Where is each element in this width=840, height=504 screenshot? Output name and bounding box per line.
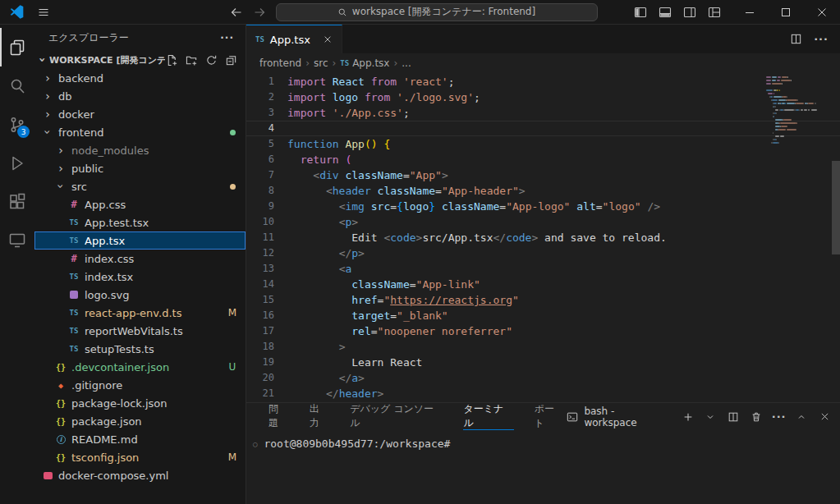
collapse-all-icon[interactable] — [224, 53, 237, 66]
toggle-secondary-sidebar-icon[interactable] — [679, 2, 700, 23]
code-line-3[interactable]: 3import './App.css'; — [246, 105, 840, 121]
code-line-16[interactable]: 16 target="_blank" — [246, 308, 840, 323]
tree-folder-docker[interactable]: ›docker — [34, 105, 246, 123]
line-number[interactable]: 15 — [246, 292, 287, 308]
workspace-section-header[interactable]: › WORKSPACE [開発コンテナ... — [34, 51, 246, 69]
code-line-9[interactable]: 9 <img src={logo} className="App-logo" a… — [246, 199, 840, 214]
tree-file--devcontainer-json[interactable]: {}.devcontainer.jsonU — [34, 358, 246, 376]
new-terminal-button[interactable] — [681, 410, 695, 424]
breadcrumb-item[interactable]: TSApp.tsx — [340, 57, 389, 69]
tree-file-logo-svg[interactable]: logo.svg — [34, 286, 246, 304]
tree-file--gitignore[interactable]: ◆.gitignore — [34, 376, 246, 394]
new-file-icon[interactable] — [165, 53, 178, 66]
line-number[interactable]: 4 — [246, 121, 287, 136]
tree-folder-node_modules[interactable]: ›node_modules — [34, 141, 246, 159]
panel-tab-[interactable]: 問題 — [268, 403, 289, 430]
line-number[interactable]: 6 — [246, 152, 287, 167]
tree-file-index-css[interactable]: #index.css — [34, 250, 246, 268]
command-center-search[interactable]: workspace [開発コンテナー: Frontend] — [276, 3, 598, 21]
kill-terminal-button[interactable] — [749, 410, 764, 424]
line-number[interactable]: 18 — [246, 339, 287, 355]
toggle-sidebar-icon[interactable] — [630, 2, 651, 23]
customize-layout-icon[interactable] — [704, 2, 725, 23]
tab-app-tsx[interactable]: TS App.tsx — [246, 25, 342, 53]
tree-file-App-css[interactable]: #App.css — [34, 195, 246, 213]
split-terminal-button[interactable] — [726, 410, 741, 424]
panel-tab-[interactable]: デバッグ コンソール — [349, 403, 443, 430]
code-line-2[interactable]: 2import logo from './logo.svg'; — [246, 89, 840, 105]
line-number[interactable]: 11 — [246, 230, 287, 245]
code-line-12[interactable]: 12 </p> — [246, 245, 840, 261]
line-number[interactable]: 19 — [246, 355, 287, 370]
code-line-21[interactable]: 21 </header> — [246, 386, 840, 401]
panel-tab-[interactable]: ポート — [534, 403, 565, 430]
tree-file-App-test-tsx[interactable]: TSApp.test.tsx — [34, 213, 246, 231]
line-number[interactable]: 2 — [246, 89, 287, 105]
tree-file-index-tsx[interactable]: TSindex.tsx — [34, 268, 246, 286]
breadcrumb-item[interactable]: ... — [402, 57, 411, 69]
breadcrumb-item[interactable]: src — [314, 57, 328, 69]
tree-folder-backend[interactable]: ›backend — [34, 69, 246, 87]
breadcrumb-item[interactable]: frontend — [259, 57, 301, 69]
close-panel-icon[interactable] — [817, 410, 832, 424]
activity-item-explorer[interactable] — [0, 28, 34, 66]
new-folder-icon[interactable] — [185, 53, 198, 66]
line-number[interactable]: 17 — [246, 323, 287, 339]
code-line-1[interactable]: 1import React from 'react'; — [246, 74, 840, 89]
close-window-button[interactable] — [804, 0, 840, 24]
activity-item-run-debug[interactable] — [0, 144, 34, 182]
code-line-14[interactable]: 14 className="App-link" — [246, 277, 840, 292]
code-line-11[interactable]: 11 Edit <code>src/App.tsx</code> and sav… — [246, 230, 840, 245]
code-line-18[interactable]: 18 > — [246, 339, 840, 355]
tree-file-reportWebVitals-ts[interactable]: TSreportWebVitals.ts — [34, 322, 246, 340]
line-number[interactable]: 20 — [246, 370, 287, 386]
terminal-profile-select[interactable]: bash - workspace — [565, 405, 669, 428]
tree-folder-src[interactable]: ›src — [34, 177, 246, 195]
code-line-20[interactable]: 20 </a> — [246, 370, 840, 386]
minimap[interactable] — [766, 76, 829, 145]
line-number[interactable]: 9 — [246, 199, 287, 214]
terminal[interactable]: ○ root@809b0b495d77:/workspace# — [246, 430, 840, 504]
split-editor-icon[interactable] — [790, 33, 802, 45]
activity-item-search[interactable] — [0, 66, 34, 105]
terminal-dropdown-icon[interactable] — [704, 410, 718, 424]
code-editor[interactable]: 1import React from 'react';2import logo … — [246, 72, 840, 402]
line-number[interactable]: 5 — [246, 136, 287, 152]
tree-folder-public[interactable]: ›public — [34, 159, 246, 177]
code-line-8[interactable]: 8 <header className="App-header"> — [246, 183, 840, 199]
line-number[interactable]: 3 — [246, 105, 287, 121]
line-number[interactable]: 14 — [246, 277, 287, 292]
line-number[interactable]: 16 — [246, 308, 287, 323]
minimize-button[interactable] — [732, 0, 768, 24]
panel-tab-[interactable]: 出力 — [309, 403, 330, 430]
tree-folder-db[interactable]: ›db — [34, 87, 246, 105]
line-number[interactable]: 1 — [246, 74, 287, 89]
line-number[interactable]: 12 — [246, 245, 287, 261]
refresh-icon[interactable] — [204, 53, 218, 66]
tree-file-tsconfig-json[interactable]: {}tsconfig.jsonM — [34, 448, 246, 466]
panel-more-actions-icon[interactable]: ··· — [772, 410, 787, 424]
activity-item-extensions[interactable] — [0, 182, 34, 221]
code-line-15[interactable]: 15 href="https://reactjs.org" — [246, 292, 840, 308]
activity-item-source-control[interactable]: 3 — [0, 105, 34, 144]
code-line-10[interactable]: 10 <p> — [246, 214, 840, 230]
menu-icon[interactable] — [37, 6, 50, 19]
maximize-button[interactable] — [768, 0, 804, 24]
code-line-13[interactable]: 13 <a — [246, 261, 840, 277]
code-line-6[interactable]: 6 return ( — [246, 152, 840, 167]
line-number[interactable]: 10 — [246, 214, 287, 230]
tree-file-package-json[interactable]: {}package.json — [34, 412, 246, 430]
line-number[interactable]: 7 — [246, 167, 287, 183]
line-number[interactable]: 21 — [246, 386, 287, 401]
close-tab-icon[interactable] — [323, 34, 333, 44]
code-line-5[interactable]: 5function App() { — [246, 136, 840, 152]
tree-file-docker-compose-yml[interactable]: docker-compose.yml — [34, 466, 246, 484]
forward-icon[interactable] — [253, 6, 266, 19]
code-line-17[interactable]: 17 rel="noopener noreferrer" — [246, 323, 840, 339]
toggle-panel-icon[interactable] — [654, 2, 676, 23]
tree-file-setupTests-ts[interactable]: TSsetupTests.ts — [34, 340, 246, 358]
back-icon[interactable] — [230, 6, 243, 19]
editor-scrollbar[interactable] — [832, 161, 840, 254]
activity-item-remote-explorer[interactable] — [0, 221, 34, 259]
code-line-19[interactable]: 19 Learn React — [246, 355, 840, 370]
